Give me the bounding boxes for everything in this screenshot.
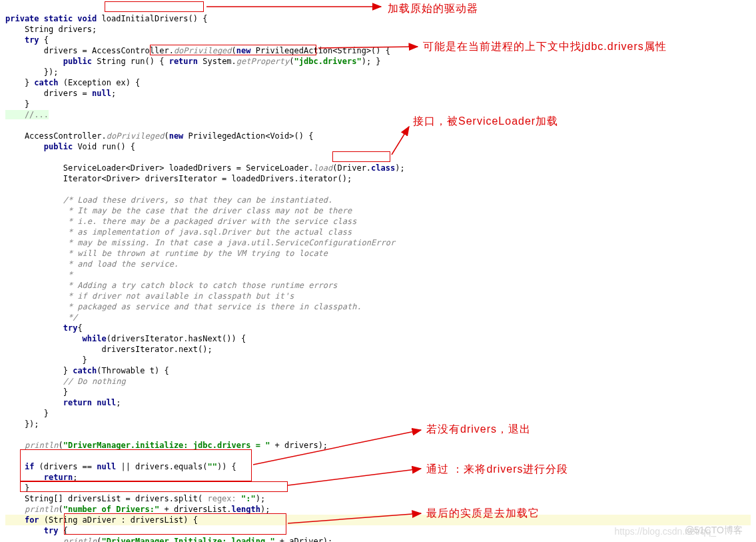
annotation-6: 最后的实质是去加载它	[426, 507, 540, 521]
annotation-5: 通过 ：来将drivers进行分段	[426, 463, 568, 477]
annotation-1: 加载原始的驱动器	[388, 2, 478, 16]
keyword: private static void	[5, 14, 97, 23]
annotation-3: 接口，被ServiceLoader加载	[413, 115, 558, 129]
watermark-51cto: @51CTO博客	[685, 525, 743, 537]
annotation-4: 若没有drivers，退出	[426, 423, 531, 437]
annotation-2: 可能是在当前进程的上下文中找jdbc.drivers属性	[423, 40, 667, 54]
code-block: private static void loadInitialDrivers()…	[0, 0, 756, 542]
method-name: loadInitialDrivers()	[102, 14, 198, 23]
block-comment: /* Load these drivers, so that they can …	[5, 195, 332, 205]
